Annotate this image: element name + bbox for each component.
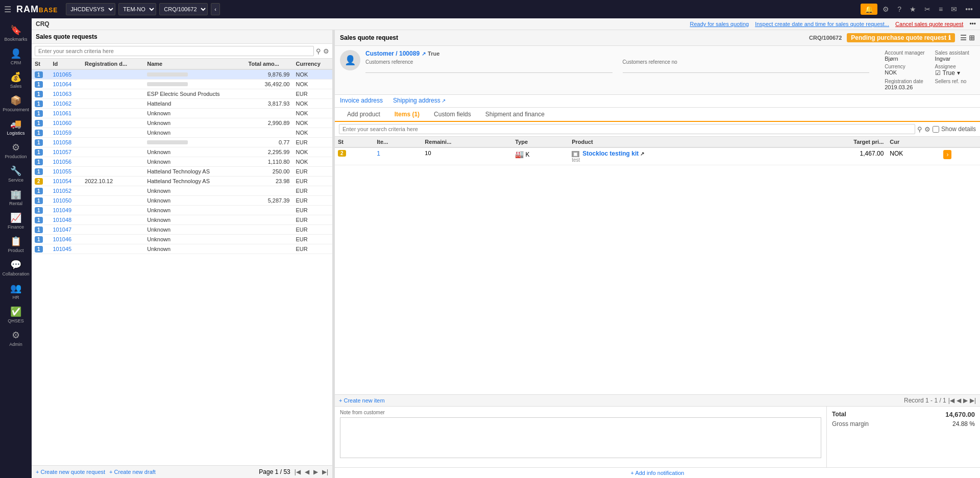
sidebar-item-production[interactable]: ⚙ Production	[0, 139, 32, 162]
items-col-item[interactable]: Ite...	[374, 137, 422, 147]
table-row[interactable]: 1 101047 Unknown EUR	[32, 225, 332, 235]
table-row[interactable]: 1 101061 Unknown NOK	[32, 109, 332, 118]
items-prev-button[interactable]: ◀	[957, 397, 961, 404]
tab-items[interactable]: Items (1)	[387, 108, 427, 122]
customer-label[interactable]: Customer / 100089	[365, 50, 420, 57]
tab-custom-fields[interactable]: Custom fields	[427, 108, 478, 122]
product-name-text[interactable]: Stockloc testing kit	[582, 150, 639, 157]
items-search-input[interactable]	[339, 124, 915, 134]
sidebar-item-qhses[interactable]: ✅ QHSES	[0, 303, 32, 326]
col-reg-date[interactable]: Registration d...	[82, 59, 144, 69]
mail-icon[interactable]: ✉	[948, 3, 960, 15]
create-draft-button[interactable]: + Create new draft	[109, 469, 156, 475]
add-notification-button[interactable]: + Add info notification	[335, 467, 980, 478]
record-select[interactable]: CRQ/100672	[159, 3, 208, 15]
tab-add-product[interactable]: Add product	[340, 108, 387, 122]
create-item-button[interactable]: + Create new item	[339, 397, 385, 404]
items-col-st[interactable]: St	[335, 137, 374, 147]
tab-shipment-finance[interactable]: Shipment and finance	[478, 108, 552, 122]
sidebar-item-product[interactable]: 📋 Product	[0, 233, 32, 256]
sidebar-item-service[interactable]: 🔧 Service	[0, 162, 32, 186]
hamburger-icon[interactable]: ☰	[4, 5, 11, 14]
items-col-product[interactable]: Product	[569, 137, 786, 147]
table-row[interactable]: 1 101052 Unknown EUR	[32, 186, 332, 196]
nav-back-button[interactable]: ‹	[211, 3, 220, 15]
table-row[interactable]: 1 101063 ESP Electric Sound Products EUR	[32, 89, 332, 99]
next-page-button[interactable]: ▶	[313, 468, 318, 475]
create-quote-button[interactable]: + Create new quote request	[36, 469, 105, 475]
list-view-icon[interactable]: ☰	[960, 34, 967, 42]
sidebar-item-admin[interactable]: ⚙ Admin	[0, 326, 32, 350]
items-col-type[interactable]: Type	[512, 137, 569, 147]
items-next-button[interactable]: ▶	[963, 397, 968, 404]
settings-icon[interactable]: ⚙	[879, 3, 892, 15]
cancel-request-link[interactable]: Cancel sales quote request	[895, 21, 963, 27]
first-page-button[interactable]: |◀	[295, 468, 301, 475]
col-amount[interactable]: Total amo...	[246, 59, 293, 69]
col-id[interactable]: Id	[50, 59, 82, 69]
items-last-button[interactable]: ▶|	[970, 397, 976, 404]
more-icon[interactable]: •••	[962, 3, 976, 15]
assignee-checkbox[interactable]: ☑	[935, 69, 941, 77]
table-row[interactable]: 1 101058 0.77 EUR	[32, 138, 332, 147]
table-row[interactable]: 1 101062 Hatteland 3,817.93 NOK	[32, 99, 332, 109]
more-actions-icon[interactable]: •••	[969, 20, 976, 28]
table-view-icon[interactable]: ⊞	[969, 34, 975, 42]
items-first-button[interactable]: |◀	[948, 397, 954, 404]
sidebar-item-sales[interactable]: 💰 Sales	[0, 68, 32, 92]
assignee-dropdown-icon[interactable]: ▾	[957, 69, 960, 77]
table-row[interactable]: 1 101055 Hatteland Technology AS 250.00 …	[32, 167, 332, 177]
items-col-price[interactable]: Target pri...	[787, 137, 887, 147]
sidebar-item-bookmarks[interactable]: 🔖 Bookmarks	[0, 21, 32, 45]
table-row[interactable]: 1 101065 9,876.99 NOK	[32, 69, 332, 80]
col-name[interactable]: Name	[144, 59, 245, 69]
table-row[interactable]: 1 101048 Unknown EUR	[32, 215, 332, 225]
sellers-ref-value[interactable]	[935, 84, 975, 90]
sidebar-item-rental[interactable]: 🏢 Rental	[0, 186, 32, 209]
table-row[interactable]: 1 101049 Unknown EUR	[32, 206, 332, 215]
table-row[interactable]: 1 101045 Unknown EUR	[32, 244, 332, 254]
inspect-date-link[interactable]: Inspect create date and time for sales q…	[755, 21, 889, 27]
sidebar-item-crm[interactable]: 👤 CRM	[0, 45, 32, 68]
sidebar-item-logistics[interactable]: 🚚 Logistics	[0, 115, 32, 139]
note-textarea[interactable]	[340, 417, 821, 458]
invoice-address-link[interactable]: Invoice address	[340, 97, 383, 104]
table-row[interactable]: 1 101056 Unknown 1,110.80 NOK	[32, 157, 332, 167]
items-settings-icon[interactable]: ⚙	[924, 125, 930, 133]
col-st[interactable]: St	[32, 59, 50, 69]
sidebar-item-finance[interactable]: 📈 Finance	[0, 209, 32, 233]
company-select[interactable]: JHCDEVSYS	[66, 3, 115, 15]
table-row[interactable]: 2 101054 2022.10.12 Hatteland Technology…	[32, 177, 332, 186]
star-icon[interactable]: ★	[906, 3, 919, 15]
table-row[interactable]: 1 101050 Unknown 5,287.39 EUR	[32, 196, 332, 206]
table-row[interactable]: 1 101064 36,492.00 NOK	[32, 80, 332, 89]
items-col-remaining[interactable]: Remaini...	[422, 137, 512, 147]
cust-ref-value[interactable]	[365, 65, 612, 73]
col-currency[interactable]: Currency	[292, 59, 332, 69]
table-row[interactable]: 1 101060 Unknown 2,990.89 NOK	[32, 118, 332, 128]
cust-ref-no-value[interactable]	[623, 65, 870, 73]
menu-icon[interactable]: ≡	[936, 3, 946, 15]
prev-page-button[interactable]: ◀	[305, 468, 309, 475]
alert-icon[interactable]: 🔔	[861, 4, 877, 15]
template-select[interactable]: TEM-NO	[118, 3, 156, 15]
last-page-button[interactable]: ▶|	[322, 468, 328, 475]
show-details-checkbox[interactable]	[933, 126, 939, 133]
list-settings-icon[interactable]: ⚙	[323, 47, 329, 55]
sidebar-item-procurement[interactable]: 📦 Procurement	[0, 92, 32, 115]
ready-for-quoting-link[interactable]: Ready for sales quoting	[690, 21, 749, 27]
table-row[interactable]: 1 101057 Unknown 2,295.99 NOK	[32, 147, 332, 157]
sidebar-item-hr[interactable]: 👥 HR	[0, 280, 32, 303]
items-filter-icon[interactable]: ⚲	[917, 125, 922, 133]
item-expand-button[interactable]: ›	[943, 150, 951, 159]
items-col-currency[interactable]: Cur	[887, 137, 940, 147]
shipping-address-link[interactable]: Shipping address ↗	[393, 97, 446, 104]
sidebar-item-collaboration[interactable]: 💬 Collaboration	[0, 256, 32, 280]
table-row[interactable]: 1 101046 Unknown EUR	[32, 235, 332, 244]
scissors-icon[interactable]: ✂	[921, 3, 934, 15]
left-search-input[interactable]	[35, 46, 314, 56]
table-row[interactable]: 1 101059 Unknown NOK	[32, 128, 332, 138]
help-icon[interactable]: ?	[894, 3, 904, 15]
item-link[interactable]: 1	[377, 150, 380, 157]
filter-icon[interactable]: ⚲	[316, 47, 321, 55]
